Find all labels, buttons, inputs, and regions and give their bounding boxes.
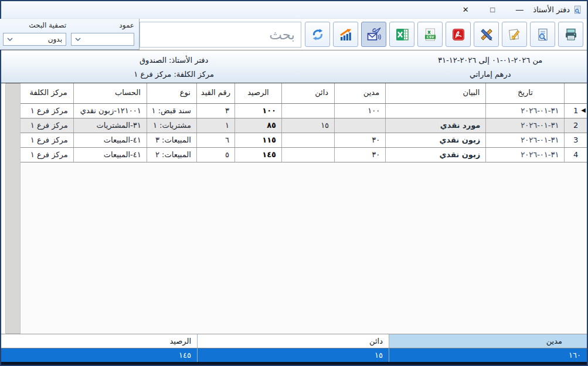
totals-header-row: مدين دائن الرصيد	[1, 334, 587, 348]
cost-center-header[interactable]: مركز الكلفة	[21, 83, 73, 103]
pdf-icon	[451, 28, 465, 42]
window-bottom-border	[1, 362, 587, 365]
toolbar: CSV	[1, 19, 587, 50]
currency-text: درهم إماراتي	[405, 70, 575, 79]
refresh-button[interactable]	[305, 22, 330, 47]
maximize-button[interactable]: □	[479, 2, 506, 18]
ruler-pencil-icon	[480, 28, 494, 42]
title-bar: دفتر الأستاذ ✕ □ —	[1, 1, 587, 19]
preview-button[interactable]	[530, 22, 555, 47]
report-info-bar: من ٢٠٢٦-٠١-٠١ إلى ٢٠٢٦-١٢-٣١ دفتر الأستا…	[1, 50, 587, 83]
totals-debit-value: ١٦٠	[389, 348, 587, 362]
totals-value-row: ١٦٠ ١٥ ١٤٥	[1, 348, 587, 362]
chart-icon	[339, 28, 353, 42]
send-email-button[interactable]	[361, 22, 386, 47]
app-window: دفتر الأستاذ ✕ □ —	[0, 0, 588, 366]
totals-debit-label: مدين	[389, 334, 587, 348]
credit-header[interactable]: دائن	[282, 83, 335, 103]
table-row[interactable]: 2 ٣١-٠١-٢٠٢٦ مورد نقدي ١٥ ٨٥ ١ مشتريات: …	[21, 118, 587, 133]
csv-icon: CSV	[423, 28, 437, 42]
print-button[interactable]	[558, 22, 583, 47]
design-button[interactable]	[502, 22, 527, 47]
entry-no-header[interactable]: رقم القيد	[196, 83, 234, 103]
search-input[interactable]	[140, 22, 301, 48]
tools-button[interactable]	[474, 22, 499, 47]
export-pdf-button[interactable]	[446, 22, 471, 47]
column-select[interactable]	[71, 33, 134, 46]
row-number-header	[565, 83, 587, 103]
window-title: دفتر الأستاذ	[533, 5, 570, 14]
type-header[interactable]: نوع	[147, 83, 196, 103]
ledger-name-text: دفتر الأستاذ: الصندوق	[95, 56, 253, 65]
document-search-icon	[536, 28, 550, 42]
app-icon	[573, 5, 582, 14]
search-filter-label: تصفية البحث	[3, 21, 66, 29]
date-range-text: من ٢٠٢٦-٠١-٠١ إلى ٢٠٢٦-١٢-٣١	[405, 56, 575, 65]
table-row[interactable]: ◀1 ٣١-٠١-٢٠٢٦ ١٠٠ ١٠٠ ٣ سند قبض: ١ ١٢١٠٠…	[21, 103, 587, 118]
date-header[interactable]: تاريخ	[486, 83, 565, 103]
filter-panel: عمود تصفية البحث بدون	[0, 19, 140, 50]
excel-icon	[395, 28, 409, 42]
export-excel-button[interactable]	[389, 22, 414, 47]
printer-icon	[564, 28, 578, 42]
totals-credit-label: دائن	[197, 334, 389, 348]
email-send-icon	[366, 27, 382, 42]
totals-credit-value: ١٥	[197, 348, 389, 362]
vertical-scrollbar[interactable]	[5, 83, 21, 334]
svg-text:CSV: CSV	[426, 35, 434, 39]
chevron-down-icon	[75, 38, 81, 41]
minimize-button[interactable]: —	[506, 2, 533, 18]
debit-header[interactable]: مدين	[335, 83, 386, 103]
search-filter-value: بدون	[13, 35, 62, 43]
refresh-icon	[311, 28, 325, 42]
search-filter-select[interactable]: بدون	[3, 33, 66, 46]
totals-balance-label: الرصيد	[1, 334, 197, 348]
close-button[interactable]: ✕	[452, 2, 479, 18]
table-row[interactable]: 3 ٣١-٠١-٢٠٢٦ زبون نقدي ٣٠ ١١٥ ٦ المبيعات…	[21, 133, 587, 147]
current-row-marker: ◀	[581, 107, 586, 113]
column-label: عمود	[71, 21, 134, 29]
totals-balance-value: ١٤٥	[1, 348, 197, 362]
statement-header[interactable]: البيان	[386, 83, 486, 103]
table-header-row: تاريخ البيان مدين دائن الرصيد رقم القيد …	[21, 83, 587, 103]
window-controls: ✕ □ —	[447, 2, 533, 18]
page-pencil-icon	[508, 28, 522, 42]
toolbar-buttons: CSV	[301, 19, 587, 50]
balance-header[interactable]: الرصيد	[234, 83, 281, 103]
cost-center-text: مركز الكلفة: مركز فرع ١	[95, 70, 253, 79]
account-header[interactable]: الحساب	[73, 83, 147, 103]
ledger-table: تاريخ البيان مدين دائن الرصيد رقم القيد …	[21, 83, 587, 162]
grid-area: تاريخ البيان مدين دائن الرصيد رقم القيد …	[1, 83, 587, 334]
table-row[interactable]: 4 ٣١-٠١-٢٠٢٦ زبون نقدي ٣٠ ١٤٥ ٥ المبيعات…	[21, 147, 587, 162]
export-csv-button[interactable]: CSV	[417, 22, 443, 47]
chevron-down-icon	[7, 38, 13, 41]
chart-button[interactable]	[333, 22, 358, 47]
